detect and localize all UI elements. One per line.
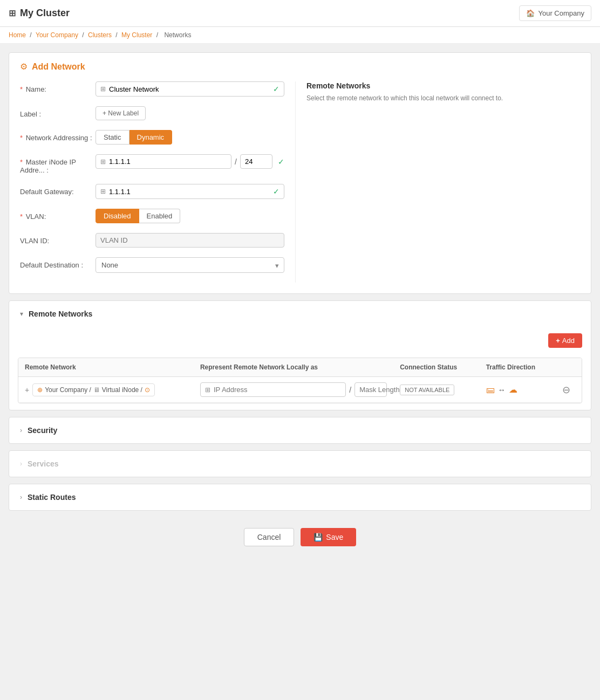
traffic-bidirectional-icon: ↔ bbox=[498, 386, 506, 394]
new-label-button[interactable]: + New Label bbox=[96, 106, 146, 120]
add-remote-network-button[interactable]: Add bbox=[548, 333, 582, 348]
vlan-id-input-group bbox=[96, 233, 284, 248]
services-section-title: Services bbox=[28, 459, 59, 468]
cancel-button[interactable]: Cancel bbox=[244, 528, 295, 546]
gateway-input[interactable] bbox=[109, 188, 268, 196]
gateway-input-group: ⊞ ✓ bbox=[96, 184, 284, 199]
security-section-header[interactable]: › Security bbox=[9, 417, 591, 443]
local-mask-input-group bbox=[354, 382, 387, 397]
addressing-toggle: Static Dynamic bbox=[96, 130, 284, 145]
vlan-row: * VLAN: Disabled Enabled bbox=[20, 209, 284, 223]
name-control: ⊞ ✓ bbox=[96, 81, 284, 97]
remote-networks-section-body: Add Remote Network Represent Remote Netw… bbox=[9, 327, 591, 410]
remote-networks-panel-title: Remote Networks bbox=[306, 81, 580, 90]
master-ip-input-group: ⊞ bbox=[96, 154, 231, 169]
label-row: Label : + New Label bbox=[20, 106, 284, 120]
prefix-input[interactable] bbox=[245, 157, 336, 166]
vlan-id-control bbox=[96, 233, 284, 248]
network-path-icon: ⊙ bbox=[145, 386, 150, 394]
form-section: * Name: ⊞ ✓ Label : + New bbox=[20, 81, 284, 283]
server-icon: ⊞ bbox=[100, 158, 106, 166]
col-represent: Represent Remote Network Locally as bbox=[194, 358, 393, 377]
vlan-id-row: VLAN ID: bbox=[20, 233, 284, 248]
bottom-actions: Cancel 💾 Save bbox=[9, 517, 591, 552]
security-section-title: Security bbox=[28, 426, 57, 435]
remove-row-cell: ⊖ bbox=[556, 377, 582, 403]
home-icon: 🏠 bbox=[526, 9, 535, 17]
addressing-control: Static Dynamic bbox=[96, 130, 284, 145]
breadcrumb: Home / Your Company / Clusters / My Clus… bbox=[0, 27, 600, 44]
master-ip-label: * Master iNode IP Addre... : bbox=[20, 154, 96, 174]
static-routes-section-title: Static Routes bbox=[28, 493, 76, 502]
remove-row-button[interactable]: ⊖ bbox=[562, 384, 570, 396]
add-network-card: ⚙ Add Network * Name: ⊞ ✓ bbox=[9, 52, 591, 294]
save-button[interactable]: 💾 Save bbox=[301, 528, 356, 546]
company-badge[interactable]: 🏠 Your Company bbox=[519, 5, 591, 21]
vlan-id-input[interactable] bbox=[100, 236, 279, 244]
name-input[interactable] bbox=[109, 85, 268, 93]
save-icon: 💾 bbox=[313, 533, 323, 541]
master-ip-row: * Master iNode IP Addre... : ⊞ / bbox=[20, 154, 284, 174]
master-ip-control: ⊞ / ✓ bbox=[96, 154, 284, 169]
traffic-upload-icon[interactable]: 🖴 bbox=[486, 385, 495, 395]
vlan-control: Disabled Enabled bbox=[96, 209, 284, 223]
traffic-direction-cell: 🖴 ↔ ☁ bbox=[480, 377, 556, 403]
chevron-right-icon: › bbox=[20, 427, 22, 434]
remote-networks-section-header[interactable]: ▾ Remote Networks bbox=[9, 301, 591, 327]
breadcrumb-clusters[interactable]: Clusters bbox=[88, 31, 112, 39]
name-input-group: ⊞ ✓ bbox=[96, 81, 284, 97]
vlan-label: * VLAN: bbox=[20, 209, 96, 221]
default-dest-label: Default Destination : bbox=[20, 257, 96, 269]
remote-section: Remote Networks Select the remote networ… bbox=[295, 81, 580, 283]
services-section-header[interactable]: › Services bbox=[9, 451, 591, 477]
security-section: › Security bbox=[9, 417, 591, 444]
table-row: + ⊕ Your Company / 🖥 Virtual iNode / ⊙ bbox=[18, 377, 582, 403]
name-row: * Name: ⊞ ✓ bbox=[20, 81, 284, 97]
local-ip-input[interactable] bbox=[214, 386, 341, 394]
remote-networks-section-title: Remote Networks bbox=[29, 310, 92, 318]
gateway-valid-checkmark: ✓ bbox=[273, 187, 279, 196]
static-routes-section: › Static Routes bbox=[9, 484, 591, 511]
gateway-control: ⊞ ✓ bbox=[96, 184, 284, 199]
gateway-row: Default Gateway: ⊞ ✓ bbox=[20, 184, 284, 199]
network-icon: ⊞ bbox=[100, 85, 106, 93]
table-header-row: Remote Network Represent Remote Network … bbox=[18, 358, 582, 377]
add-network-header: ⚙ Add Network bbox=[9, 53, 591, 76]
vlan-id-label: VLAN ID: bbox=[20, 233, 96, 245]
main-content: ⚙ Add Network * Name: ⊞ ✓ bbox=[0, 44, 600, 560]
label-label: Label : bbox=[20, 106, 96, 118]
col-remote-network: Remote Network bbox=[18, 358, 194, 377]
default-dest-select[interactable]: None bbox=[96, 257, 284, 273]
ip-icon: ⊞ bbox=[205, 386, 210, 394]
breadcrumb-mycluster[interactable]: My Cluster bbox=[121, 31, 152, 39]
gateway-icon: ⊞ bbox=[100, 188, 106, 195]
breadcrumb-home[interactable]: Home bbox=[9, 31, 26, 39]
traffic-cloud-icon[interactable]: ☁ bbox=[509, 385, 517, 395]
add-network-title: Add Network bbox=[32, 62, 85, 72]
static-routes-section-header[interactable]: › Static Routes bbox=[9, 484, 591, 510]
vlan-toggle: Disabled Enabled bbox=[96, 209, 284, 223]
remote-networks-table: Remote Network Represent Remote Network … bbox=[18, 358, 582, 403]
addressing-label: * Network Addressing : bbox=[20, 130, 96, 142]
master-ip-input[interactable] bbox=[109, 157, 227, 166]
default-dest-control: None bbox=[96, 257, 284, 273]
dynamic-toggle[interactable]: Dynamic bbox=[129, 130, 173, 145]
gear-icon: ⚙ bbox=[20, 61, 28, 72]
gateway-label: Default Gateway: bbox=[20, 184, 96, 196]
add-network-body: * Name: ⊞ ✓ Label : + New bbox=[9, 76, 591, 293]
local-ip-input-group: ⊞ bbox=[200, 382, 346, 397]
remote-networks-desc: Select the remote network to which this … bbox=[306, 93, 580, 103]
services-section: › Services bbox=[9, 450, 591, 477]
prefix-input-group bbox=[240, 154, 272, 169]
vlan-disabled-toggle[interactable]: Disabled bbox=[96, 209, 139, 223]
breadcrumb-company[interactable]: Your Company bbox=[36, 31, 78, 39]
default-dest-row: Default Destination : None bbox=[20, 257, 284, 273]
local-mask-input[interactable] bbox=[359, 386, 450, 394]
vlan-enabled-toggle[interactable]: Enabled bbox=[139, 209, 181, 223]
addressing-row: * Network Addressing : Static Dynamic bbox=[20, 130, 284, 145]
expand-row-button[interactable]: + bbox=[25, 386, 29, 394]
static-toggle[interactable]: Static bbox=[96, 130, 129, 145]
name-label: * Name: bbox=[20, 81, 96, 93]
remote-network-path: ⊕ Your Company / 🖥 Virtual iNode / ⊙ bbox=[32, 383, 155, 396]
remote-network-path-cell: + ⊕ Your Company / 🖥 Virtual iNode / ⊙ bbox=[18, 377, 194, 403]
